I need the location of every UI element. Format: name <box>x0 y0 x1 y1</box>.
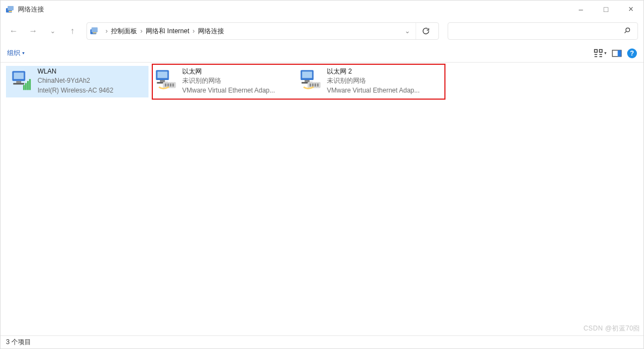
breadcrumb-item[interactable]: 控制面板 <box>111 27 137 36</box>
svg-rect-23 <box>160 80 165 82</box>
svg-rect-38 <box>317 83 319 87</box>
content-area: WLAN ChinaNet-9YdAh2 Intel(R) Wireless-A… <box>1 63 643 335</box>
svg-rect-31 <box>302 71 312 78</box>
minimize-button[interactable]: – <box>568 1 593 18</box>
connection-name: 以太网 <box>182 67 275 76</box>
svg-rect-18 <box>25 83 27 90</box>
breadcrumb-item[interactable]: 网络连接 <box>198 27 224 36</box>
organize-label: 组织 <box>7 48 20 58</box>
item-count: 3 个项目 <box>6 338 31 347</box>
svg-rect-17 <box>23 85 25 90</box>
window-controls: – □ × <box>568 1 643 18</box>
svg-rect-20 <box>29 79 31 90</box>
svg-rect-28 <box>170 83 171 87</box>
breadcrumb: 控制面板 › 网络和 Internet › 网络连接 <box>111 27 403 36</box>
status-bar: 3 个项目 <box>1 335 643 348</box>
ethernet-icon <box>154 68 178 92</box>
svg-rect-22 <box>157 71 167 78</box>
forward-button[interactable]: → <box>26 23 41 39</box>
ethernet-icon <box>299 68 323 92</box>
svg-rect-3 <box>91 27 97 32</box>
organize-button[interactable]: 组织 ▾ <box>7 48 24 58</box>
connection-description: VMware Virtual Ethernet Adap... <box>182 86 275 95</box>
preview-pane-button[interactable] <box>612 50 622 57</box>
svg-rect-34 <box>308 82 321 88</box>
connection-item-ethernet2[interactable]: 以太网 2 未识别的网络 VMware Virtual Ethernet Ada… <box>295 66 438 97</box>
up-button[interactable]: ↑ <box>65 23 80 39</box>
connection-description: VMware Virtual Ethernet Adap... <box>327 86 420 95</box>
window-icon <box>6 5 15 14</box>
wlan-icon <box>9 68 33 92</box>
location-icon <box>90 26 100 36</box>
title-bar: 网络连接 – □ × <box>1 1 643 18</box>
svg-rect-1 <box>8 6 14 10</box>
close-button[interactable]: × <box>618 1 643 18</box>
connection-status: 未识别的网络 <box>327 76 420 85</box>
view-options-button[interactable]: ▾ <box>594 49 606 58</box>
nav-arrows: ← → ⌄ ↑ <box>6 23 80 39</box>
svg-rect-15 <box>16 81 21 83</box>
svg-rect-6 <box>599 50 602 52</box>
address-bar[interactable]: › 控制面板 › 网络和 Internet › 网络连接 ⌄ <box>86 22 439 40</box>
svg-rect-37 <box>314 83 316 87</box>
svg-rect-16 <box>13 83 24 85</box>
svg-rect-12 <box>618 50 622 56</box>
svg-rect-26 <box>165 83 166 87</box>
search-box[interactable] <box>448 22 638 40</box>
connection-name: 以太网 2 <box>327 67 420 76</box>
window-title: 网络连接 <box>18 5 568 14</box>
chevron-right-icon: › <box>106 27 108 35</box>
chevron-right-icon: › <box>193 27 195 35</box>
refresh-button[interactable] <box>416 23 435 39</box>
connection-item-ethernet[interactable]: 以太网 未识别的网络 VMware Virtual Ethernet Adap.… <box>151 66 293 97</box>
svg-rect-5 <box>595 50 597 52</box>
svg-rect-25 <box>163 82 176 88</box>
connections-list: WLAN ChinaNet-9YdAh2 Intel(R) Wireless-A… <box>1 63 643 101</box>
chevron-down-icon: ▾ <box>604 51 606 56</box>
svg-rect-36 <box>312 83 314 87</box>
connection-description: Intel(R) Wireless-AC 9462 <box>38 86 113 95</box>
help-button[interactable]: ? <box>627 48 637 58</box>
connection-name: WLAN <box>38 67 113 76</box>
command-bar: 组织 ▾ ▾ ? <box>1 44 643 63</box>
breadcrumb-item[interactable]: 网络和 Internet <box>146 27 189 36</box>
watermark: CSDN @初蓝70囵 <box>584 324 640 333</box>
back-button[interactable]: ← <box>6 23 21 39</box>
svg-rect-14 <box>14 72 23 79</box>
connection-item-wlan[interactable]: WLAN ChinaNet-9YdAh2 Intel(R) Wireless-A… <box>6 66 148 97</box>
svg-rect-32 <box>305 80 309 82</box>
connection-status: 未识别的网络 <box>182 76 275 85</box>
chevron-right-icon: › <box>140 27 143 35</box>
navigation-bar: ← → ⌄ ↑ › 控制面板 › 网络和 Internet › 网络连接 ⌄ <box>1 18 643 44</box>
recent-button[interactable]: ⌄ <box>45 23 60 39</box>
svg-rect-27 <box>168 83 169 87</box>
connection-status: ChinaNet-9YdAh2 <box>38 76 113 85</box>
svg-point-4 <box>626 28 630 32</box>
address-dropdown-icon[interactable]: ⌄ <box>403 27 412 35</box>
chevron-down-icon: ▾ <box>22 51 24 56</box>
search-icon <box>623 27 631 36</box>
svg-rect-35 <box>309 83 311 87</box>
svg-rect-29 <box>172 83 174 87</box>
svg-rect-19 <box>27 81 29 90</box>
maximize-button[interactable]: □ <box>593 1 618 18</box>
